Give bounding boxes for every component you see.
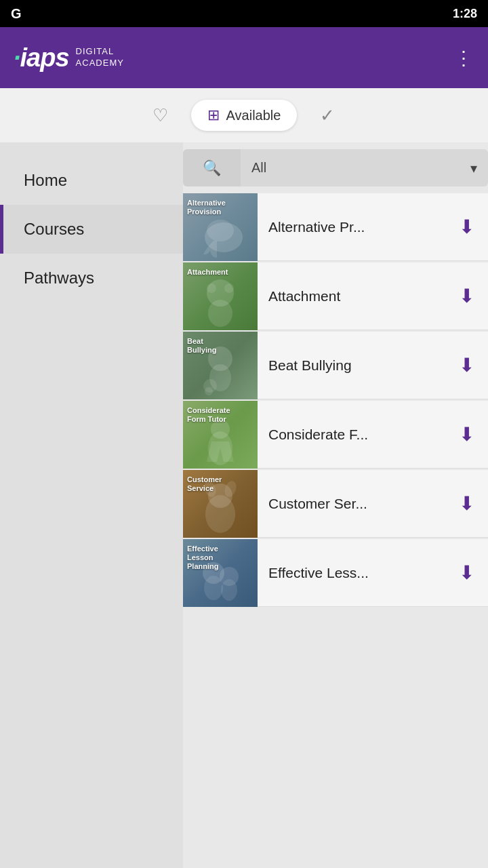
thumb-label-effective: EffectiveLessonPlanning bbox=[187, 545, 218, 572]
svg-point-19 bbox=[221, 579, 237, 601]
sidebar: Home Courses Pathways bbox=[0, 142, 183, 868]
sidebar-item-pathways[interactable]: Pathways bbox=[0, 254, 183, 302]
course-thumb-effective: EffectiveLessonPlanning bbox=[183, 539, 258, 607]
main-content: Home Courses Pathways 🔍 All ▾ bbox=[0, 142, 488, 868]
course-title-effective: Effective Less... bbox=[258, 565, 445, 581]
digital-academy-label: DIGITAL ACADEMY bbox=[76, 46, 124, 69]
download-button-alt[interactable]: ⬇ bbox=[445, 216, 488, 238]
chevron-down-icon: ▾ bbox=[470, 160, 477, 176]
course-item-customer[interactable]: CustomerService Customer Ser... ⬇ bbox=[183, 470, 488, 538]
search-button[interactable]: 🔍 bbox=[183, 149, 241, 186]
course-thumb-considerate: ConsiderateForm Tutor bbox=[183, 401, 258, 469]
thumb-label-attachment: Attachment bbox=[187, 268, 228, 277]
favorites-button[interactable]: ♡ bbox=[144, 98, 178, 132]
thumb-label-customer: CustomerService bbox=[187, 475, 222, 493]
download-button-beat-bullying[interactable]: ⬇ bbox=[445, 354, 488, 376]
logo-dot: · bbox=[14, 43, 20, 72]
filter-bar: ♡ ⊞ Available ✓ bbox=[0, 88, 488, 142]
svg-point-5 bbox=[224, 283, 234, 293]
course-thumb-alt-provision: AlternativeProvision bbox=[183, 193, 258, 261]
time-display: 1:28 bbox=[453, 7, 477, 21]
course-item-considerate[interactable]: ConsiderateForm Tutor Considerate F... ⬇ bbox=[183, 401, 488, 469]
sidebar-item-home[interactable]: Home bbox=[0, 156, 183, 205]
logo-area: ·iaps DIGITAL ACADEMY bbox=[14, 43, 124, 73]
download-button-customer[interactable]: ⬇ bbox=[445, 492, 488, 515]
thumb-label-considerate: ConsiderateForm Tutor bbox=[187, 406, 230, 424]
course-thumb-beat-bullying: BeatBullying bbox=[183, 332, 258, 399]
course-item-attachment[interactable]: Attachment Attachment ⬇ bbox=[183, 262, 488, 330]
course-title-customer: Customer Ser... bbox=[258, 496, 445, 512]
download-button-effective[interactable]: ⬇ bbox=[445, 561, 488, 584]
course-item-effective[interactable]: EffectiveLessonPlanning Effective Less..… bbox=[183, 539, 488, 607]
course-title-beat-bullying: Beat Bullying bbox=[258, 357, 445, 374]
download-button-considerate[interactable]: ⬇ bbox=[445, 423, 488, 446]
download-button-attachment[interactable]: ⬇ bbox=[445, 285, 488, 307]
search-icon: 🔍 bbox=[203, 159, 221, 177]
course-title-alt: Alternative Pr... bbox=[258, 219, 445, 235]
app-header: ·iaps DIGITAL ACADEMY ⋮ bbox=[0, 27, 488, 88]
dropdown-value: All bbox=[251, 160, 266, 176]
thumb-label-beat-bullying: BeatBullying bbox=[187, 337, 216, 355]
carrier-icon: G bbox=[11, 6, 22, 22]
svg-point-9 bbox=[205, 387, 213, 395]
available-filter-button[interactable]: ⊞ Available bbox=[191, 100, 298, 131]
sidebar-item-courses[interactable]: Courses bbox=[0, 205, 183, 254]
thumb-label-alt: AlternativeProvision bbox=[187, 199, 226, 216]
verified-filter-button[interactable]: ✓ bbox=[310, 98, 344, 132]
search-row: 🔍 All ▾ bbox=[183, 149, 488, 192]
qr-icon: ⊞ bbox=[207, 106, 220, 124]
course-title-considerate: Considerate F... bbox=[258, 427, 445, 443]
course-thumb-customer: CustomerService bbox=[183, 470, 258, 538]
svg-point-4 bbox=[207, 283, 216, 293]
course-thumb-attachment: Attachment bbox=[183, 262, 258, 330]
category-dropdown[interactable]: All ▾ bbox=[241, 149, 488, 186]
course-item-beat-bullying[interactable]: BeatBullying Beat Bullying ⬇ bbox=[183, 332, 488, 399]
svg-point-1 bbox=[207, 220, 234, 241]
course-item-alt-provision[interactable]: AlternativeProvision Alternative Pr... ⬇ bbox=[183, 193, 488, 261]
course-title-attachment: Attachment bbox=[258, 288, 445, 304]
svg-point-3 bbox=[208, 300, 232, 327]
status-bar: G 1:28 bbox=[0, 0, 488, 27]
app-logo: ·iaps bbox=[14, 43, 69, 73]
course-list: 🔍 All ▾ AlternativeProvision Alternative… bbox=[183, 142, 488, 868]
more-menu-button[interactable]: ⋮ bbox=[454, 47, 474, 69]
svg-point-18 bbox=[204, 576, 223, 600]
logo-name: iaps bbox=[20, 43, 69, 72]
available-label: Available bbox=[226, 108, 281, 123]
